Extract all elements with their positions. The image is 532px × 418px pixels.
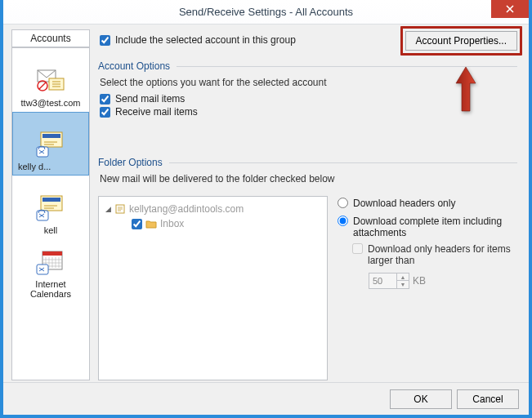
accounts-list: ttw3@test.com kelly [11, 47, 90, 380]
folder-options-help: New mail will be delivered to the folder… [100, 173, 517, 185]
receive-mail-checkbox[interactable] [100, 107, 110, 118]
title-bar: Send/Receive Settings - All Accounts [3, 0, 529, 24]
svg-rect-10 [42, 251, 62, 256]
download-large-only-row[interactable]: Download only headers for items larger t… [352, 243, 517, 266]
include-account-label: Include the selected account in this gro… [115, 34, 296, 46]
sidebar-header: Accounts [11, 29, 90, 47]
download-headers-row[interactable]: Download headers only [338, 198, 517, 209]
tree-account-label: kellytang@addintools.com [129, 203, 244, 215]
receive-mail-row[interactable]: Receive mail items [100, 106, 517, 118]
tree-account-row[interactable]: ◢ kellytang@addintools.com [105, 202, 322, 216]
mail-account-icon [34, 191, 67, 224]
close-button[interactable] [491, 0, 529, 18]
dialog-footer: OK Cancel [3, 382, 529, 415]
accounts-sidebar: Accounts ttw3@test.com [11, 29, 90, 380]
download-large-only-label: Download only headers for items larger t… [368, 243, 517, 266]
account-label: kelly d... [16, 162, 85, 171]
inbox-label: Inbox [160, 218, 184, 229]
ok-button[interactable]: OK [390, 389, 452, 409]
inbox-folder-icon [145, 219, 157, 229]
tree-expand-icon[interactable]: ◢ [105, 205, 111, 213]
download-headers-radio[interactable] [338, 198, 348, 208]
account-options-help: Select the options you want for the sele… [100, 77, 517, 88]
account-item[interactable]: kell [12, 176, 89, 239]
download-complete-label: Download complete item including attachm… [353, 216, 517, 238]
calendar-account-icon [34, 245, 67, 278]
account-properties-button[interactable]: Account Properties... [405, 31, 517, 51]
download-complete-radio[interactable] [338, 216, 348, 226]
cancel-button[interactable]: Cancel [457, 389, 519, 409]
folder-options-header: Folder Options [98, 157, 166, 168]
download-options: Download headers only Download complete … [336, 196, 517, 380]
svg-rect-7 [42, 198, 60, 202]
window-title: Send/Receive Settings - All Accounts [179, 6, 353, 18]
account-item[interactable]: ttw3@test.com [12, 48, 89, 112]
spin-down-icon[interactable]: ▼ [396, 281, 409, 289]
account-label: kell [16, 225, 85, 235]
svg-rect-4 [42, 134, 60, 138]
account-item[interactable]: kelly d... [12, 112, 89, 176]
send-mail-checkbox[interactable] [100, 94, 110, 104]
size-unit-label: KB [413, 275, 426, 287]
download-large-only-checkbox[interactable] [352, 243, 363, 254]
size-spinner[interactable]: ▲ ▼ [369, 273, 409, 289]
svg-rect-11 [37, 265, 48, 274]
close-icon [506, 5, 514, 13]
size-input[interactable] [369, 273, 396, 289]
spin-up-icon[interactable]: ▲ [396, 273, 409, 281]
receive-mail-label: Receive mail items [115, 106, 198, 118]
download-headers-label: Download headers only [353, 198, 455, 209]
mail-account-icon [34, 64, 67, 96]
account-options-header: Account Options [98, 60, 173, 72]
download-complete-row[interactable]: Download complete item including attachm… [338, 216, 517, 238]
inbox-checkbox[interactable] [132, 219, 142, 229]
include-account-row[interactable]: Include the selected account in this gro… [98, 31, 399, 46]
mail-account-icon [34, 127, 67, 160]
account-item[interactable]: Internet Calendars [12, 239, 89, 303]
send-mail-row[interactable]: Send mail items [100, 93, 517, 104]
tree-inbox-row[interactable]: Inbox [132, 216, 322, 231]
data-file-icon [114, 203, 126, 215]
send-mail-label: Send mail items [115, 93, 185, 104]
account-label: ttw3@test.com [16, 98, 85, 108]
account-label: Internet Calendars [16, 279, 85, 299]
folder-tree[interactable]: ◢ kellytang@addintools.com Inbox [98, 196, 328, 380]
include-account-checkbox[interactable] [100, 35, 110, 46]
